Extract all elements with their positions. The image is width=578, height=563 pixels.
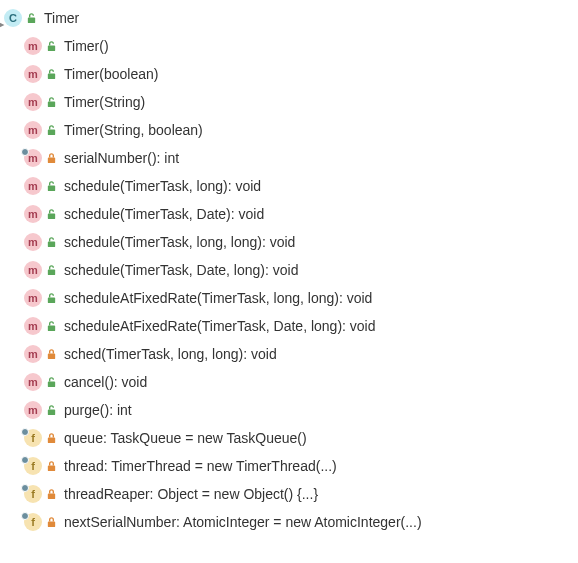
method-icon: m bbox=[24, 65, 42, 83]
member-row[interactable]: mTimer(String, boolean) bbox=[4, 116, 574, 144]
method-icon: m bbox=[24, 317, 42, 335]
public-access-icon bbox=[44, 403, 58, 417]
svg-rect-4 bbox=[47, 129, 54, 135]
method-icon: m bbox=[24, 289, 42, 307]
svg-rect-7 bbox=[47, 213, 54, 219]
member-label: scheduleAtFixedRate(TimerTask, Date, lon… bbox=[64, 318, 376, 334]
member-row[interactable]: mschedule(TimerTask, Date, long): void bbox=[4, 256, 574, 284]
method-icon: m bbox=[24, 345, 42, 363]
member-row[interactable]: fnextSerialNumber: AtomicInteger = new A… bbox=[4, 508, 574, 536]
method-icon: m bbox=[24, 121, 42, 139]
method-icon: m bbox=[24, 261, 42, 279]
svg-rect-2 bbox=[47, 73, 54, 79]
member-row[interactable]: mscheduleAtFixedRate(TimerTask, long, lo… bbox=[4, 284, 574, 312]
svg-rect-9 bbox=[47, 269, 54, 275]
public-access-icon bbox=[44, 207, 58, 221]
member-label: Timer() bbox=[64, 38, 109, 54]
member-row[interactable]: mscheduleAtFixedRate(TimerTask, Date, lo… bbox=[4, 312, 574, 340]
public-access-icon bbox=[44, 95, 58, 109]
private-access-icon bbox=[44, 515, 58, 529]
public-access-icon bbox=[44, 179, 58, 193]
method-icon: m bbox=[24, 401, 42, 419]
private-access-icon bbox=[44, 431, 58, 445]
svg-rect-14 bbox=[47, 409, 54, 415]
member-row[interactable]: mschedule(TimerTask, long): void bbox=[4, 172, 574, 200]
member-row[interactable]: mpurge(): int bbox=[4, 396, 574, 424]
field-icon: f bbox=[24, 457, 42, 475]
member-label: thread: TimerThread = new TimerThread(..… bbox=[64, 458, 337, 474]
svg-rect-17 bbox=[47, 493, 54, 499]
svg-rect-12 bbox=[47, 353, 54, 359]
svg-rect-1 bbox=[47, 45, 54, 51]
public-access-icon bbox=[44, 123, 58, 137]
public-access-icon bbox=[44, 235, 58, 249]
member-row[interactable]: mTimer() bbox=[4, 32, 574, 60]
member-label: schedule(TimerTask, long): void bbox=[64, 178, 261, 194]
member-label: purge(): int bbox=[64, 402, 132, 418]
svg-rect-16 bbox=[47, 465, 54, 471]
svg-rect-11 bbox=[47, 325, 54, 331]
member-row[interactable]: mTimer(String) bbox=[4, 88, 574, 116]
class-name-label: Timer bbox=[44, 10, 79, 26]
field-icon: f bbox=[24, 485, 42, 503]
member-label: nextSerialNumber: AtomicInteger = new At… bbox=[64, 514, 422, 530]
member-row[interactable]: fqueue: TaskQueue = new TaskQueue() bbox=[4, 424, 574, 452]
method-icon: m bbox=[24, 373, 42, 391]
member-row[interactable]: mschedule(TimerTask, Date): void bbox=[4, 200, 574, 228]
svg-rect-0 bbox=[27, 17, 34, 22]
class-row[interactable]: C ▸ Timer bbox=[4, 4, 574, 32]
member-label: cancel(): void bbox=[64, 374, 147, 390]
class-icon: C ▸ bbox=[4, 9, 22, 27]
private-access-icon bbox=[44, 459, 58, 473]
member-row[interactable]: mcancel(): void bbox=[4, 368, 574, 396]
static-marker bbox=[21, 484, 29, 492]
static-marker bbox=[21, 428, 29, 436]
member-label: Timer(boolean) bbox=[64, 66, 158, 82]
method-icon: m bbox=[24, 93, 42, 111]
member-label: sched(TimerTask, long, long): void bbox=[64, 346, 277, 362]
static-marker bbox=[21, 456, 29, 464]
svg-rect-18 bbox=[47, 521, 54, 527]
private-access-icon bbox=[44, 487, 58, 501]
method-icon: m bbox=[24, 233, 42, 251]
field-icon: f bbox=[24, 513, 42, 531]
member-label: Timer(String) bbox=[64, 94, 145, 110]
private-access-icon bbox=[44, 347, 58, 361]
member-row[interactable]: mschedule(TimerTask, long, long): void bbox=[4, 228, 574, 256]
svg-rect-10 bbox=[47, 297, 54, 303]
method-icon: m bbox=[24, 177, 42, 195]
member-label: schedule(TimerTask, Date, long): void bbox=[64, 262, 298, 278]
private-access-icon bbox=[44, 151, 58, 165]
public-access-icon bbox=[44, 39, 58, 53]
member-label: schedule(TimerTask, long, long): void bbox=[64, 234, 295, 250]
field-icon: f bbox=[24, 429, 42, 447]
public-access-icon bbox=[44, 67, 58, 81]
member-label: threadReaper: Object = new Object() {...… bbox=[64, 486, 318, 502]
static-marker bbox=[21, 512, 29, 520]
member-label: queue: TaskQueue = new TaskQueue() bbox=[64, 430, 307, 446]
member-label: scheduleAtFixedRate(TimerTask, long, lon… bbox=[64, 290, 372, 306]
public-access-icon bbox=[44, 263, 58, 277]
member-row[interactable]: msched(TimerTask, long, long): void bbox=[4, 340, 574, 368]
member-label: schedule(TimerTask, Date): void bbox=[64, 206, 264, 222]
svg-rect-15 bbox=[47, 437, 54, 443]
method-icon: m bbox=[24, 149, 42, 167]
svg-rect-6 bbox=[47, 185, 54, 191]
public-access-icon bbox=[44, 319, 58, 333]
svg-rect-5 bbox=[47, 157, 54, 163]
member-label: Timer(String, boolean) bbox=[64, 122, 203, 138]
method-icon: m bbox=[24, 205, 42, 223]
svg-rect-8 bbox=[47, 241, 54, 247]
svg-rect-3 bbox=[47, 101, 54, 107]
member-row[interactable]: mserialNumber(): int bbox=[4, 144, 574, 172]
runnable-marker: ▸ bbox=[0, 20, 4, 29]
public-access-icon bbox=[44, 375, 58, 389]
member-row[interactable]: mTimer(boolean) bbox=[4, 60, 574, 88]
svg-rect-13 bbox=[47, 381, 54, 387]
member-label: serialNumber(): int bbox=[64, 150, 179, 166]
public-access-icon bbox=[44, 291, 58, 305]
method-icon: m bbox=[24, 37, 42, 55]
static-marker bbox=[21, 148, 29, 156]
member-row[interactable]: fthreadReaper: Object = new Object() {..… bbox=[4, 480, 574, 508]
member-row[interactable]: fthread: TimerThread = new TimerThread(.… bbox=[4, 452, 574, 480]
